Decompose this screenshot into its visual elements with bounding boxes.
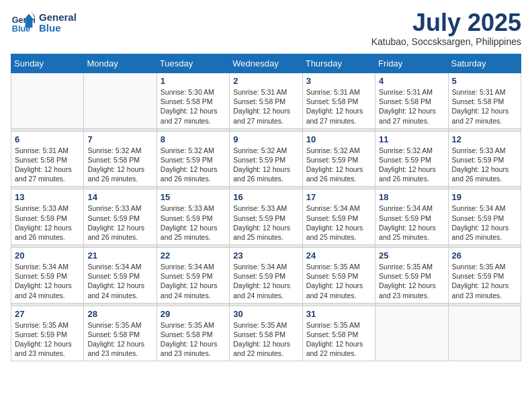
day-info: Sunrise: 5:34 AMSunset: 5:59 PMDaylight:…	[452, 203, 517, 242]
day-number: 21	[87, 250, 152, 261]
calendar-cell: 26Sunrise: 5:35 AMSunset: 5:59 PMDayligh…	[448, 248, 521, 304]
day-number: 30	[233, 309, 298, 319]
calendar-cell: 10Sunrise: 5:32 AMSunset: 5:59 PMDayligh…	[302, 131, 375, 187]
day-info: Sunrise: 5:35 AMSunset: 5:59 PMDaylight:…	[306, 262, 371, 300]
day-number: 16	[233, 192, 298, 202]
calendar-cell: 31Sunrise: 5:35 AMSunset: 5:58 PMDayligh…	[302, 306, 375, 361]
day-number: 19	[452, 192, 517, 202]
day-info: Sunrise: 5:33 AMSunset: 5:59 PMDaylight:…	[87, 203, 152, 242]
calendar-cell: 14Sunrise: 5:33 AMSunset: 5:59 PMDayligh…	[84, 189, 157, 245]
calendar-cell	[11, 73, 84, 129]
calendar-cell	[448, 306, 521, 361]
day-info: Sunrise: 5:34 AMSunset: 5:59 PMDaylight:…	[87, 262, 152, 300]
day-number: 7	[87, 134, 152, 144]
day-info: Sunrise: 5:31 AMSunset: 5:58 PMDaylight:…	[452, 87, 517, 126]
day-info: Sunrise: 5:34 AMSunset: 5:59 PMDaylight:…	[306, 203, 371, 242]
day-info: Sunrise: 5:33 AMSunset: 5:59 PMDaylight:…	[161, 203, 226, 242]
day-info: Sunrise: 5:32 AMSunset: 5:59 PMDaylight:…	[161, 146, 226, 184]
logo: General Blue General Blue	[11, 11, 77, 35]
logo-text-line2: Blue	[39, 23, 77, 34]
calendar-cell: 7Sunrise: 5:32 AMSunset: 5:58 PMDaylight…	[84, 131, 157, 187]
day-number: 22	[161, 250, 226, 261]
day-info: Sunrise: 5:32 AMSunset: 5:59 PMDaylight:…	[233, 146, 298, 184]
title-area: July 2025 Katubao, Soccsksargen, Philipp…	[371, 11, 521, 47]
day-info: Sunrise: 5:34 AMSunset: 5:59 PMDaylight:…	[379, 203, 444, 242]
day-number: 14	[87, 192, 152, 202]
weekday-header: Tuesday	[157, 54, 229, 73]
calendar-cell: 21Sunrise: 5:34 AMSunset: 5:59 PMDayligh…	[84, 248, 157, 304]
day-info: Sunrise: 5:32 AMSunset: 5:58 PMDaylight:…	[87, 146, 152, 184]
day-number: 15	[161, 192, 226, 202]
day-number: 17	[306, 192, 371, 202]
month-title: July 2025	[371, 11, 521, 35]
day-info: Sunrise: 5:31 AMSunset: 5:58 PMDaylight:…	[15, 146, 80, 184]
calendar-cell	[375, 306, 448, 361]
week-row: 1Sunrise: 5:30 AMSunset: 5:58 PMDaylight…	[11, 73, 521, 129]
day-info: Sunrise: 5:35 AMSunset: 5:59 PMDaylight:…	[452, 262, 517, 300]
day-number: 5	[452, 76, 517, 86]
calendar-cell: 28Sunrise: 5:35 AMSunset: 5:58 PMDayligh…	[84, 306, 157, 361]
calendar-cell: 6Sunrise: 5:31 AMSunset: 5:58 PMDaylight…	[11, 131, 84, 187]
week-row: 27Sunrise: 5:35 AMSunset: 5:59 PMDayligh…	[11, 306, 521, 361]
day-info: Sunrise: 5:35 AMSunset: 5:58 PMDaylight:…	[161, 320, 226, 359]
calendar-cell: 4Sunrise: 5:31 AMSunset: 5:58 PMDaylight…	[375, 73, 448, 129]
calendar-cell: 27Sunrise: 5:35 AMSunset: 5:59 PMDayligh…	[11, 306, 84, 361]
day-number: 26	[452, 250, 517, 261]
location: Katubao, Soccsksargen, Philippines	[371, 36, 521, 47]
calendar-table: SundayMondayTuesdayWednesdayThursdayFrid…	[11, 54, 521, 361]
day-info: Sunrise: 5:32 AMSunset: 5:59 PMDaylight:…	[379, 146, 444, 184]
calendar-cell: 9Sunrise: 5:32 AMSunset: 5:59 PMDaylight…	[230, 131, 302, 187]
calendar-cell: 12Sunrise: 5:33 AMSunset: 5:59 PMDayligh…	[448, 131, 521, 187]
calendar-cell: 13Sunrise: 5:33 AMSunset: 5:59 PMDayligh…	[11, 189, 84, 245]
day-info: Sunrise: 5:31 AMSunset: 5:58 PMDaylight:…	[306, 87, 371, 126]
weekday-header: Monday	[84, 54, 157, 73]
day-number: 25	[379, 250, 444, 261]
day-info: Sunrise: 5:35 AMSunset: 5:59 PMDaylight:…	[379, 262, 444, 300]
logo-icon: General Blue	[11, 11, 35, 35]
calendar-cell: 22Sunrise: 5:34 AMSunset: 5:59 PMDayligh…	[157, 248, 229, 304]
calendar-cell: 24Sunrise: 5:35 AMSunset: 5:59 PMDayligh…	[302, 248, 375, 304]
week-row: 6Sunrise: 5:31 AMSunset: 5:58 PMDaylight…	[11, 131, 521, 187]
page-header: General Blue General Blue July 2025 Katu…	[11, 11, 521, 47]
day-info: Sunrise: 5:31 AMSunset: 5:58 PMDaylight:…	[233, 87, 298, 126]
day-number: 12	[452, 134, 517, 144]
day-info: Sunrise: 5:33 AMSunset: 5:59 PMDaylight:…	[452, 146, 517, 184]
weekday-header: Friday	[375, 54, 448, 73]
calendar-cell: 30Sunrise: 5:35 AMSunset: 5:58 PMDayligh…	[230, 306, 302, 361]
day-number: 27	[15, 309, 80, 319]
day-number: 2	[233, 76, 298, 86]
week-row: 20Sunrise: 5:34 AMSunset: 5:59 PMDayligh…	[11, 248, 521, 304]
day-number: 24	[306, 250, 371, 261]
day-number: 18	[379, 192, 444, 202]
day-number: 11	[379, 134, 444, 144]
calendar-cell: 19Sunrise: 5:34 AMSunset: 5:59 PMDayligh…	[448, 189, 521, 245]
day-info: Sunrise: 5:34 AMSunset: 5:59 PMDaylight:…	[233, 262, 298, 300]
day-info: Sunrise: 5:34 AMSunset: 5:59 PMDaylight:…	[161, 262, 226, 300]
day-info: Sunrise: 5:35 AMSunset: 5:59 PMDaylight:…	[15, 320, 80, 359]
day-info: Sunrise: 5:35 AMSunset: 5:58 PMDaylight:…	[306, 320, 371, 359]
day-info: Sunrise: 5:31 AMSunset: 5:58 PMDaylight:…	[379, 87, 444, 126]
logo-text-line1: General	[39, 12, 77, 24]
day-number: 9	[233, 134, 298, 144]
day-number: 3	[306, 76, 371, 86]
day-info: Sunrise: 5:35 AMSunset: 5:58 PMDaylight:…	[87, 320, 152, 359]
week-row: 13Sunrise: 5:33 AMSunset: 5:59 PMDayligh…	[11, 189, 521, 245]
calendar-cell: 5Sunrise: 5:31 AMSunset: 5:58 PMDaylight…	[448, 73, 521, 129]
weekday-header: Wednesday	[230, 54, 302, 73]
day-number: 13	[15, 192, 80, 202]
day-number: 23	[233, 250, 298, 261]
day-number: 4	[379, 76, 444, 86]
weekday-header: Saturday	[448, 54, 521, 73]
day-info: Sunrise: 5:33 AMSunset: 5:59 PMDaylight:…	[233, 203, 298, 242]
calendar-cell: 2Sunrise: 5:31 AMSunset: 5:58 PMDaylight…	[230, 73, 302, 129]
weekday-header: Thursday	[302, 54, 375, 73]
day-info: Sunrise: 5:30 AMSunset: 5:58 PMDaylight:…	[161, 87, 226, 126]
day-number: 1	[161, 76, 226, 86]
day-number: 31	[306, 309, 371, 319]
calendar-cell: 3Sunrise: 5:31 AMSunset: 5:58 PMDaylight…	[302, 73, 375, 129]
calendar-cell: 1Sunrise: 5:30 AMSunset: 5:58 PMDaylight…	[157, 73, 229, 129]
calendar-cell: 16Sunrise: 5:33 AMSunset: 5:59 PMDayligh…	[230, 189, 302, 245]
day-number: 20	[15, 250, 80, 261]
calendar-cell	[84, 73, 157, 129]
calendar-cell: 20Sunrise: 5:34 AMSunset: 5:59 PMDayligh…	[11, 248, 84, 304]
